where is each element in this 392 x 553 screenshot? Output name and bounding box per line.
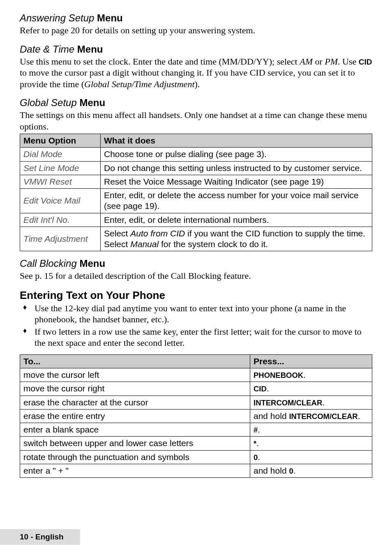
col-header-press: Press... — [250, 354, 372, 368]
date-time-heading: Date & Time Menu — [20, 44, 372, 55]
table-row: erase the entire entry and hold INTERCOM… — [20, 409, 372, 423]
desc-cell: Enter, edit, or delete the access number… — [101, 189, 372, 213]
key-label: 0 — [289, 467, 293, 475]
to-cell: enter a blank space — [20, 423, 250, 437]
option-cell: Set Line Mode — [20, 161, 101, 175]
key-label: INTERCOM/CLEAR — [289, 412, 357, 421]
pre-text: and hold — [254, 466, 289, 475]
table-row: enter a blank space #. — [20, 423, 372, 437]
press-cell: INTERCOM/CLEAR. — [250, 396, 372, 409]
to-cell: rotate through the punctuation and symbo… — [20, 450, 250, 464]
col-header-desc: What it does — [101, 134, 372, 148]
to-cell: switch between upper and lower case lett… — [20, 437, 250, 450]
table-row: Time Adjustment Select Auto from CID if … — [20, 227, 372, 251]
post-text: . — [256, 438, 259, 448]
post-text: . — [293, 466, 296, 475]
key-label: CID — [254, 384, 267, 393]
table-row: switch between upper and lower case lett… — [20, 437, 372, 450]
press-cell: CID. — [250, 382, 372, 396]
desc-cell: Do not change this setting unless instru… — [101, 161, 372, 175]
gst-text: Global Setup/Time Adjustment — [84, 79, 194, 89]
desc-cell: Select Auto from CID if you want the CID… — [101, 227, 372, 251]
heading-bold: Menu — [79, 258, 105, 269]
pre-text: and hold — [254, 411, 289, 421]
to-cell: erase the character at the cursor — [20, 396, 250, 409]
list-item: Use the 12-key dial pad anytime you want… — [30, 303, 372, 325]
col-header-to: To... — [20, 354, 250, 368]
desc-cell: Choose tone or pulse dialing (see page 3… — [101, 148, 372, 161]
heading-bold: Menu — [79, 97, 105, 108]
entering-text-table: To... Press... move the cursor left PHON… — [20, 354, 372, 478]
table-row: move the cursor left PHONEBOOK. — [20, 368, 372, 382]
post-text: . — [258, 425, 260, 434]
post-text: . — [258, 452, 260, 462]
desc-cell: Enter, edit, or delete international num… — [101, 213, 372, 227]
press-cell: #. — [250, 423, 372, 437]
table-row: Dial Mode Choose tone or pulse dialing (… — [20, 148, 372, 161]
option-cell: Edit Int'l No. — [20, 213, 101, 227]
text-part: Select — [104, 229, 130, 238]
press-cell: *. — [250, 437, 372, 450]
post-text: . — [322, 398, 325, 407]
col-header-option: Menu Option — [20, 134, 101, 148]
italic-text: Manual — [130, 239, 159, 249]
global-setup-table: Menu Option What it does Dial Mode Choos… — [20, 134, 372, 251]
table-row: Edit Int'l No. Enter, edit, or delete in… — [20, 213, 372, 227]
desc-cell: Reset the Voice Message Waiting Indicato… — [101, 175, 372, 188]
call-blocking-body: See p. 15 for a detailed description of … — [20, 270, 372, 282]
table-row: Set Line Mode Do not change this setting… — [20, 161, 372, 175]
to-cell: move the cursor left — [20, 368, 250, 382]
to-cell: enter a " + " — [20, 464, 250, 477]
cid-key: CID — [359, 58, 372, 66]
option-cell: Edit Voice Mail — [20, 189, 101, 213]
heading-bold: Menu — [77, 44, 103, 55]
heading-italic: Date & Time — [20, 44, 77, 55]
post-text: . — [267, 384, 269, 393]
heading-italic: Call Blocking — [20, 258, 79, 269]
text-part: Use this menu to set the clock. Enter th… — [20, 56, 300, 67]
key-label: PHONEBOOK — [254, 371, 303, 379]
post-text: . — [303, 370, 306, 379]
table-row: rotate through the punctuation and symbo… — [20, 450, 372, 464]
document-page: Answering Setup Menu Refer to page 20 fo… — [0, 0, 392, 553]
heading-bold: Menu — [97, 12, 123, 23]
key-label: INTERCOM/CLEAR — [254, 398, 322, 407]
press-cell: and hold INTERCOM/CLEAR. — [250, 409, 372, 423]
table-row: enter a " + " and hold 0. — [20, 464, 372, 477]
post-text: . — [358, 411, 360, 421]
text-part: for the system clock to do it. — [159, 239, 268, 249]
date-time-body: Use this menu to set the clock. Enter th… — [20, 56, 372, 90]
to-cell: erase the entire entry — [20, 409, 250, 423]
press-cell: PHONEBOOK. — [250, 368, 372, 382]
key-label: # — [254, 426, 258, 434]
pm-text: PM — [325, 56, 338, 67]
global-setup-body: The settings on this menu affect all han… — [20, 109, 372, 132]
entering-text-list: Use the 12-key dial pad anytime you want… — [20, 303, 372, 349]
to-cell: move the cursor right — [20, 382, 250, 396]
table-row: erase the character at the cursor INTERC… — [20, 396, 372, 409]
heading-italic: Global Setup — [20, 97, 79, 108]
table-header-row: To... Press... — [20, 354, 372, 368]
option-cell: VMWI Reset — [20, 175, 101, 188]
option-cell: Dial Mode — [20, 148, 101, 161]
table-row: VMWI Reset Reset the Voice Message Waiti… — [20, 175, 372, 188]
heading-italic: Answering Setup — [20, 12, 97, 23]
answering-setup-body: Refer to page 20 for details on setting … — [20, 25, 372, 36]
global-setup-heading: Global Setup Menu — [20, 97, 372, 109]
table-row: Edit Voice Mail Enter, edit, or delete t… — [20, 189, 372, 213]
press-cell: 0. — [250, 450, 372, 464]
italic-text: Auto from CID — [130, 229, 185, 238]
page-footer: 10 - English — [0, 529, 80, 545]
table-header-row: Menu Option What it does — [20, 134, 372, 148]
text-part: or — [313, 56, 325, 67]
table-row: move the cursor right CID. — [20, 382, 372, 396]
press-cell: and hold 0. — [250, 464, 372, 477]
text-part: . Use — [338, 56, 359, 67]
text-part: ). — [195, 79, 200, 89]
call-blocking-heading: Call Blocking Menu — [20, 258, 372, 269]
answering-setup-heading: Answering Setup Menu — [20, 12, 372, 24]
entering-text-heading: Entering Text on Your Phone — [20, 289, 372, 302]
am-text: AM — [300, 56, 313, 67]
list-item: If two letters in a row use the same key… — [30, 326, 372, 349]
key-label: 0 — [254, 453, 258, 462]
